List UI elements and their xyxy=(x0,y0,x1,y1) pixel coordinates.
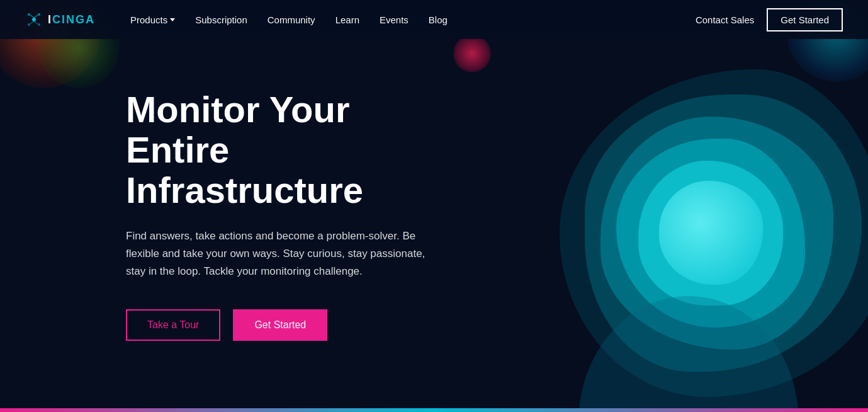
teal-ring-5 xyxy=(638,161,783,306)
events-label: Events xyxy=(380,14,409,25)
logo-link[interactable]: iCiNGA xyxy=(25,11,95,28)
nav-get-started-button[interactable]: Get Started xyxy=(767,8,843,31)
hero-get-started-button[interactable]: Get Started xyxy=(233,309,327,341)
community-label: Community xyxy=(268,14,315,25)
teal-ring-1 xyxy=(560,69,868,397)
products-chevron xyxy=(170,18,175,21)
svg-point-3 xyxy=(28,23,30,26)
logo-icon xyxy=(25,11,43,28)
contact-sales-link[interactable]: Contact Sales xyxy=(696,14,754,25)
svg-point-0 xyxy=(32,18,36,21)
bottom-accent-bar xyxy=(0,408,868,412)
learn-label: Learn xyxy=(335,14,359,25)
teal-core xyxy=(659,181,763,285)
nav-products[interactable]: Products xyxy=(120,2,185,38)
svg-line-5 xyxy=(30,15,34,18)
teal-ring-4 xyxy=(616,139,805,328)
teal-ring-2 xyxy=(585,94,862,372)
nav-right: Contact Sales Get Started xyxy=(696,8,843,31)
hero-subtitle: Find answers, take actions and become a … xyxy=(126,227,441,280)
svg-point-2 xyxy=(38,13,40,16)
svg-line-6 xyxy=(34,15,38,18)
bg-decoration-pink xyxy=(453,35,491,72)
nav-blog[interactable]: Blog xyxy=(419,2,458,38)
svg-point-4 xyxy=(38,23,40,26)
main-nav: iCiNGA Products Subscription Community L… xyxy=(0,0,868,39)
products-label: Products xyxy=(130,14,167,25)
logo-text: iCiNGA xyxy=(48,13,95,26)
teal-ring-3 xyxy=(600,117,833,350)
teal-bottom-arc xyxy=(578,296,799,412)
teal-blob-cluster xyxy=(541,50,868,403)
svg-line-8 xyxy=(34,21,38,24)
nav-learn[interactable]: Learn xyxy=(325,2,369,38)
hero-title: Monitor Your Entire Infrastructure xyxy=(126,89,441,210)
nav-community[interactable]: Community xyxy=(257,2,325,38)
hero-section: Monitor Your Entire Infrastructure Find … xyxy=(0,39,441,341)
subscription-label: Subscription xyxy=(195,14,247,25)
svg-line-7 xyxy=(30,21,34,24)
svg-point-1 xyxy=(28,13,30,16)
hero-buttons: Take a Tour Get Started xyxy=(126,309,441,341)
nav-subscription[interactable]: Subscription xyxy=(185,2,257,38)
take-a-tour-button[interactable]: Take a Tour xyxy=(126,309,220,341)
nav-links: Products Subscription Community Learn Ev… xyxy=(120,2,696,38)
nav-events[interactable]: Events xyxy=(369,2,419,38)
blog-label: Blog xyxy=(429,14,448,25)
